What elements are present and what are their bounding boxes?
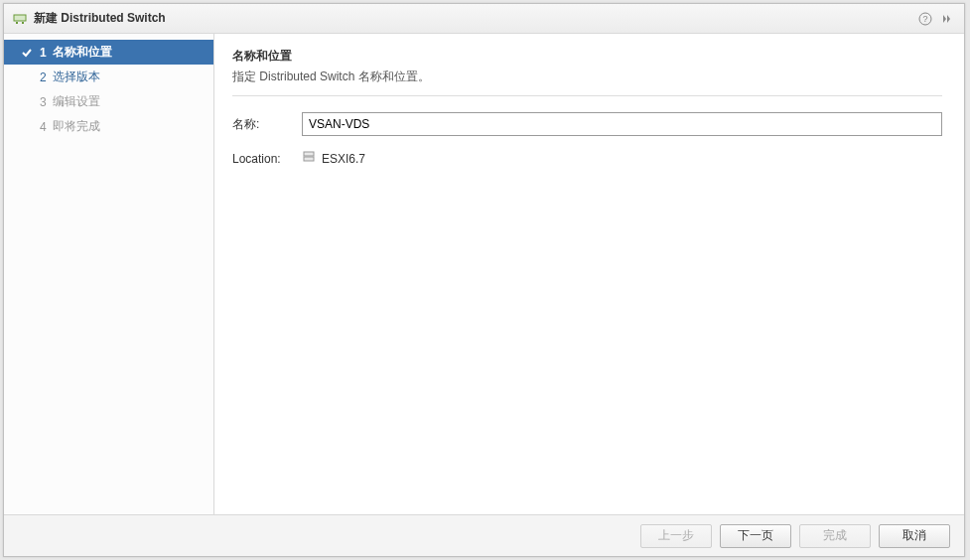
step-label: 选择版本 — [53, 69, 100, 85]
svg-rect-2 — [22, 22, 24, 24]
svg-rect-0 — [14, 15, 26, 21]
datacenter-icon — [302, 150, 316, 167]
dialog-body: 1 名称和位置 2 选择版本 3 编辑设置 4 即将完成 名称和位置 指定 Di… — [4, 34, 964, 514]
dvs-icon — [12, 11, 28, 27]
location-text: ESXI6.7 — [322, 152, 365, 166]
wizard-steps-sidebar: 1 名称和位置 2 选择版本 3 编辑设置 4 即将完成 — [4, 34, 214, 514]
cancel-button[interactable]: 取消 — [879, 524, 950, 548]
step-label: 编辑设置 — [53, 93, 100, 110]
location-row: Location: ESXI6.7 — [232, 150, 942, 167]
back-button: 上一步 — [640, 524, 712, 548]
finish-button: 完成 — [799, 524, 871, 548]
help-icon[interactable]: ? — [916, 10, 934, 28]
svg-text:?: ? — [922, 14, 927, 24]
name-row: 名称: — [232, 112, 942, 136]
step-number: 4 — [40, 120, 47, 134]
step-number: 2 — [40, 70, 47, 84]
content-heading: 名称和位置 — [232, 48, 942, 65]
next-button[interactable]: 下一页 — [720, 524, 791, 548]
dialog-title: 新建 Distributed Switch — [34, 10, 912, 27]
check-icon — [22, 47, 34, 59]
wizard-step-ready-complete: 4 即将完成 — [4, 114, 213, 139]
name-label: 名称: — [232, 116, 302, 133]
location-value: ESXI6.7 — [302, 150, 365, 167]
svg-rect-5 — [304, 152, 314, 156]
new-distributed-switch-dialog: 新建 Distributed Switch ? 1 名称和位置 — [3, 3, 965, 557]
wizard-step-name-location[interactable]: 1 名称和位置 — [4, 40, 213, 65]
divider — [232, 95, 942, 96]
dialog-titlebar: 新建 Distributed Switch ? — [4, 4, 964, 34]
dialog-footer: 上一步 下一页 完成 取消 — [4, 514, 964, 556]
content-subheading: 指定 Distributed Switch 名称和位置。 — [232, 69, 942, 85]
wizard-step-edit-settings: 3 编辑设置 — [4, 89, 213, 114]
expand-icon[interactable] — [938, 10, 956, 28]
wizard-step-select-version[interactable]: 2 选择版本 — [4, 65, 213, 89]
step-label: 名称和位置 — [53, 44, 112, 61]
step-number: 3 — [40, 95, 47, 109]
step-label: 即将完成 — [53, 118, 100, 135]
svg-rect-6 — [304, 157, 314, 161]
svg-rect-1 — [16, 22, 18, 24]
name-input[interactable] — [302, 112, 942, 136]
location-label: Location: — [232, 152, 302, 166]
step-number: 1 — [40, 46, 47, 60]
wizard-content: 名称和位置 指定 Distributed Switch 名称和位置。 名称: L… — [214, 34, 964, 514]
